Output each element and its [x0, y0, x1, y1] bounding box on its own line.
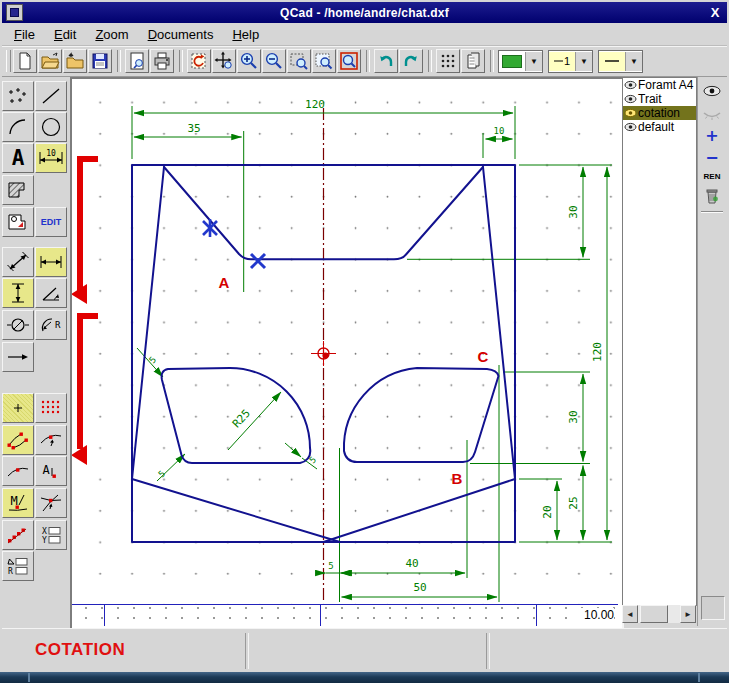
snap-auto-tool[interactable]: A — [35, 456, 67, 486]
layer-item-format[interactable]: Foramt A4 — [623, 78, 696, 92]
hide-layer-button[interactable] — [701, 104, 723, 124]
window-title: QCad - /home/andre/chat.dxf — [23, 6, 706, 20]
circle-tool[interactable] — [35, 112, 67, 142]
arc-tool[interactable] — [2, 112, 34, 142]
print-button[interactable] — [150, 49, 174, 73]
title-bar: QCad - /home/andre/chat.dxf X — [2, 2, 727, 23]
redraw-button[interactable] — [187, 49, 211, 73]
print-preview-button[interactable] — [125, 49, 149, 73]
zoom-window-button[interactable] — [287, 49, 311, 73]
edit-attributes-tool[interactable] — [2, 207, 34, 237]
close-button[interactable]: X — [706, 4, 724, 21]
eye-closed-icon — [703, 108, 721, 120]
dim-chin: 20 — [541, 505, 554, 518]
color-swatch — [502, 55, 522, 68]
toolbar-separator — [117, 50, 121, 72]
width-select[interactable]: 1 ▼ — [548, 50, 593, 73]
divider — [701, 211, 723, 213]
eye-icon — [624, 80, 637, 90]
scrollbar-thumb[interactable] — [640, 605, 668, 623]
scroll-right-icon[interactable]: ► — [680, 605, 696, 623]
new-file-button[interactable] — [13, 49, 37, 73]
toolbar-separator — [490, 50, 494, 72]
zoom-auto-button[interactable] — [312, 49, 336, 73]
point-label-a: A — [219, 274, 230, 291]
coord-xy-tool[interactable]: XY — [35, 520, 67, 550]
rename-layer-button[interactable]: REN — [698, 172, 726, 181]
chevron-down-icon[interactable]: ▼ — [625, 52, 642, 71]
dim-radius-tool[interactable]: R — [35, 310, 67, 340]
layer-list-scrollbar[interactable]: ◄ ► — [622, 605, 696, 623]
dim-height-right: 120 — [591, 342, 604, 362]
svg-text:A: A — [12, 146, 25, 170]
menu-zoom[interactable]: Zoom — [95, 27, 128, 42]
import-file-button[interactable] — [63, 49, 87, 73]
snap-intersection-tool[interactable] — [35, 488, 67, 518]
undo-button[interactable] — [374, 49, 398, 73]
remove-layer-button[interactable]: − — [701, 147, 723, 167]
line-tool[interactable] — [35, 81, 67, 111]
pan-zoom-button[interactable] — [212, 49, 236, 73]
snap-on-entity-tool[interactable] — [35, 425, 67, 455]
dim-mouth-5: 5 — [328, 561, 333, 571]
delete-layer-button[interactable] — [701, 185, 723, 205]
snap-distance-tool[interactable] — [2, 520, 34, 550]
text-tool[interactable]: A — [2, 143, 34, 173]
layer-item-cotation[interactable]: cotation — [623, 106, 696, 120]
eye-icon — [624, 94, 637, 104]
eye-icon — [624, 122, 637, 132]
dimension-menu-tool[interactable]: 10 — [35, 143, 67, 173]
eye-icon-active — [624, 108, 637, 118]
snap-manual-tool[interactable]: M — [2, 488, 34, 518]
layer-browser-button[interactable] — [461, 49, 485, 73]
window-bottom-edge — [0, 672, 729, 683]
window-menu-icon[interactable] — [6, 4, 23, 21]
snap-free-tool[interactable] — [2, 393, 34, 423]
zoom-in-button[interactable] — [237, 49, 261, 73]
dim-horizontal-tool[interactable] — [35, 247, 67, 277]
dim-angular-tool[interactable] — [35, 278, 67, 308]
dim-eye-bottom: 25 — [567, 496, 580, 509]
scroll-left-icon[interactable]: ◄ — [622, 605, 638, 623]
point-label-c: C — [478, 348, 489, 365]
dim-mouth-50: 50 — [413, 581, 426, 594]
points-tool[interactable] — [2, 81, 34, 111]
menu-edit[interactable]: Edit — [54, 27, 76, 42]
menu-documents[interactable]: Documents — [148, 27, 214, 42]
menu-help[interactable]: Help — [232, 27, 259, 42]
chevron-down-icon[interactable]: ▼ — [525, 52, 542, 71]
drawing-canvas[interactable]: 120 35 10 30 120 30 25 20 40 50 5 R25 5 … — [70, 77, 624, 631]
save-file-button[interactable] — [88, 49, 112, 73]
divider — [486, 633, 490, 669]
grid-toggle-button[interactable] — [436, 49, 460, 73]
linestyle-select[interactable]: ▼ — [598, 50, 643, 73]
color-select[interactable]: ▼ — [498, 50, 543, 73]
snap-middle-tool[interactable] — [2, 456, 34, 486]
hatch-tool[interactable] — [2, 175, 34, 205]
coord-polar-tool[interactable]: R — [2, 551, 34, 581]
open-file-button[interactable] — [38, 49, 62, 73]
dim-diameter-tool[interactable] — [2, 310, 34, 340]
svg-text:X: X — [42, 527, 47, 536]
snap-endpoints-tool[interactable] — [2, 425, 34, 455]
solid-line-icon — [604, 59, 620, 63]
snap-grid-tool[interactable] — [35, 393, 67, 423]
svg-text:R: R — [55, 320, 61, 330]
dim-aligned-tool[interactable] — [2, 247, 34, 277]
chevron-down-icon[interactable]: ▼ — [575, 52, 592, 71]
menu-file[interactable]: File — [14, 27, 35, 42]
edit-tool[interactable]: EDIT — [35, 207, 67, 237]
svg-text:R: R — [8, 567, 13, 576]
add-layer-button[interactable]: + — [701, 125, 723, 145]
dim-vertical-tool[interactable] — [2, 278, 34, 308]
layer-item-trait[interactable]: Trait — [623, 92, 696, 106]
dim-leader-tool[interactable] — [2, 342, 34, 372]
toolbar-handle[interactable] — [6, 50, 11, 72]
show-layer-button[interactable] — [701, 81, 723, 101]
layer-item-default[interactable]: default — [623, 120, 696, 134]
zoom-previous-button[interactable] — [337, 49, 361, 73]
zoom-out-button[interactable] — [262, 49, 286, 73]
panel-grip[interactable] — [701, 596, 725, 620]
redo-button[interactable] — [399, 49, 423, 73]
dim-ear-depth: 30 — [567, 205, 580, 218]
